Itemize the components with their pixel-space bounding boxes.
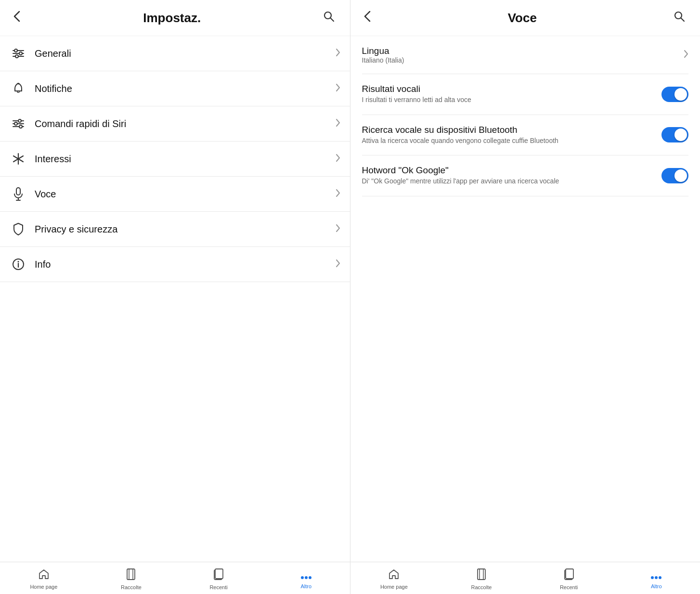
svg-point-15 — [19, 125, 22, 128]
comandi-chevron — [336, 118, 340, 129]
right-nav-altro[interactable]: Altro — [612, 566, 700, 592]
svg-point-5 — [19, 52, 22, 55]
lingua-item[interactable]: Lingua Italiano (Italia) — [362, 36, 689, 74]
bluetooth-content: Ricerca vocale su dispositivi Bluetooth … — [362, 125, 654, 146]
hotword-title: Hotword "Ok Google" — [362, 165, 654, 176]
svg-point-30 — [305, 576, 308, 579]
svg-rect-34 — [478, 569, 485, 580]
left-bottom-nav: Home page Raccolte Recenti — [0, 562, 350, 594]
hotword-toggle[interactable] — [661, 168, 688, 183]
bluetooth-title: Ricerca vocale su dispositivi Bluetooth — [362, 125, 654, 135]
voce-label: Voce — [35, 189, 336, 200]
lingua-subtitle: Italiano (Italia) — [362, 56, 684, 64]
svg-rect-35 — [480, 569, 483, 580]
left-nav-recenti[interactable]: Recenti — [175, 566, 262, 592]
settings-list: Generali Notifiche — [0, 36, 350, 562]
bookmark-icon — [126, 568, 136, 583]
left-nav-altro[interactable]: Altro — [262, 566, 350, 592]
interessi-label: Interessi — [35, 154, 336, 165]
bell-icon — [10, 80, 27, 97]
shield-icon — [10, 220, 27, 238]
right-pages-icon — [564, 568, 574, 583]
svg-point-29 — [301, 576, 304, 579]
left-search-button[interactable] — [320, 9, 338, 26]
right-nav-recenti[interactable]: Recenti — [525, 566, 613, 592]
home-icon — [38, 568, 50, 583]
voice-item-risultati: Risultati vocali I risultati ti verranno… — [362, 74, 689, 115]
settings-item-info[interactable]: Info — [0, 247, 350, 282]
svg-point-13 — [14, 122, 17, 125]
settings-item-interessi[interactable]: Interessi — [0, 142, 350, 177]
settings-item-privacy[interactable]: Privacy e sicurezza — [0, 212, 350, 247]
svg-line-1 — [331, 18, 334, 22]
svg-point-40 — [659, 576, 661, 579]
svg-rect-37 — [566, 569, 573, 579]
privacy-label: Privacy e sicurezza — [35, 224, 336, 235]
right-nav-homepage[interactable]: Home page — [350, 566, 438, 592]
info-label: Info — [35, 259, 336, 270]
pages-icon — [213, 568, 224, 583]
right-nav-raccolte-label: Raccolte — [471, 584, 492, 590]
svg-point-11 — [18, 119, 21, 122]
svg-point-24 — [18, 261, 19, 262]
risultati-content: Risultati vocali I risultati ti verranno… — [362, 84, 654, 105]
left-nav-homepage-label: Home page — [30, 584, 57, 590]
notifiche-chevron — [336, 83, 340, 94]
svg-rect-26 — [129, 569, 133, 580]
notifiche-label: Notifiche — [35, 83, 336, 94]
lingua-title: Lingua — [362, 46, 684, 56]
dots-icon — [300, 569, 312, 582]
left-nav-homepage[interactable]: Home page — [0, 566, 88, 592]
left-header-title: Impostaz. — [143, 11, 201, 26]
hotword-toggle-container — [661, 168, 688, 183]
info-chevron — [336, 259, 340, 270]
left-nav-recenti-label: Recenti — [209, 584, 227, 590]
svg-point-3 — [14, 49, 17, 52]
voce-chevron — [336, 189, 340, 199]
left-back-button[interactable] — [10, 9, 24, 27]
svg-line-33 — [681, 18, 685, 22]
right-header: Voce — [350, 0, 700, 36]
right-nav-homepage-label: Home page — [380, 584, 408, 590]
comandi-label: Comandi rapidi di Siri — [35, 118, 336, 129]
settings-item-notifiche[interactable]: Notifiche — [0, 71, 350, 106]
risultati-toggle[interactable] — [661, 87, 688, 102]
right-back-button[interactable] — [360, 9, 375, 27]
left-panel: Impostaz. Generali — [0, 0, 350, 594]
svg-rect-19 — [16, 188, 20, 195]
right-home-icon — [388, 568, 400, 583]
info-icon — [10, 256, 27, 273]
risultati-toggle-container — [661, 87, 688, 102]
hotword-content: Hotword "Ok Google" Di' "Ok Google" ment… — [362, 165, 654, 186]
voice-settings-list: Lingua Italiano (Italia) Risultati vocal… — [350, 36, 700, 562]
voice-item-bluetooth: Ricerca vocale su dispositivi Bluetooth … — [362, 115, 689, 156]
hotword-subtitle: Di' "Ok Google" mentre utilizzi l'app pe… — [362, 177, 654, 186]
svg-point-9 — [18, 83, 19, 85]
voice-item-hotword: Hotword "Ok Google" Di' "Ok Google" ment… — [362, 155, 689, 196]
asterisk-icon — [10, 150, 27, 168]
mic-icon — [10, 185, 27, 203]
svg-point-38 — [651, 576, 654, 579]
settings-item-comandi[interactable]: Comandi rapidi di Siri — [0, 106, 350, 142]
svg-point-39 — [655, 576, 658, 579]
svg-rect-8 — [17, 91, 19, 92]
right-bottom-nav: Home page Raccolte Recenti — [350, 562, 700, 594]
bluetooth-subtitle: Attiva la ricerca vocale quando vengono … — [362, 136, 654, 146]
lingua-chevron — [684, 50, 688, 60]
bluetooth-toggle[interactable] — [661, 127, 688, 142]
right-panel: Voce Lingua Italiano (Italia) Risult — [350, 0, 700, 594]
risultati-title: Risultati vocali — [362, 84, 654, 94]
bluetooth-toggle-container — [661, 127, 688, 142]
right-bookmark-icon — [476, 568, 487, 583]
generali-chevron — [336, 48, 340, 59]
left-nav-raccolte[interactable]: Raccolte — [88, 566, 175, 592]
sliders-icon — [10, 45, 27, 62]
settings-item-voce[interactable]: Voce — [0, 177, 350, 212]
right-nav-raccolte[interactable]: Raccolte — [438, 566, 525, 592]
right-dots-icon — [650, 569, 662, 582]
right-nav-recenti-label: Recenti — [560, 584, 578, 590]
svg-point-31 — [309, 576, 311, 579]
right-search-button[interactable] — [670, 9, 688, 26]
settings-item-generali[interactable]: Generali — [0, 36, 350, 71]
svg-rect-25 — [127, 569, 135, 580]
